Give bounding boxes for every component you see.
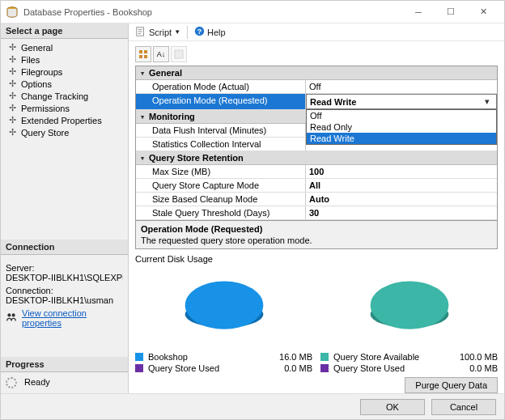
legend-row: Query Store Used0.0 MB (135, 363, 312, 374)
pie-chart-database (172, 267, 277, 346)
svg-text:?: ? (197, 28, 202, 36)
swatch-icon (135, 364, 143, 372)
svg-point-1 (7, 313, 11, 316)
help-button[interactable]: ? Help (194, 26, 226, 38)
property-grid-toolbar: A↓ (135, 46, 498, 62)
content-panel: Script ▼ ? Help A↓ ▾General Operation Mo… (129, 23, 504, 393)
svg-rect-10 (175, 50, 183, 58)
page-item-options[interactable]: ✢Options (1, 78, 128, 90)
page-item-general[interactable]: ✢General (1, 41, 128, 53)
server-value: DESKTOP-IIBLKH1\SQLEXPRESS (6, 273, 123, 282)
content-toolbar: Script ▼ ? Help (129, 23, 504, 41)
row-stale-threshold[interactable]: Stale Query Threshold (Days) 30 (136, 206, 497, 220)
svg-rect-6 (139, 50, 142, 53)
collapse-icon[interactable]: ▾ (136, 153, 149, 163)
desc-body: The requested query store operation mode… (141, 235, 492, 245)
purge-query-data-button[interactable]: Purge Query Data (405, 377, 498, 393)
op-mode-dropdown-list: Off Read Only Read Write (306, 109, 497, 145)
svg-point-14 (370, 281, 448, 329)
page-item-query-store[interactable]: ✢Query Store (1, 126, 128, 138)
alphabetical-button[interactable]: A↓ (153, 46, 169, 62)
page-icon: ✢ (7, 78, 17, 89)
connection-properties-icon (6, 312, 17, 325)
maximize-button[interactable]: ☐ (435, 2, 467, 22)
pie-chart-query-store (357, 267, 462, 346)
property-grid: ▾General Operation Mode (Actual) Off Ope… (135, 66, 498, 221)
legend-row: Bookshop16.0 MB (135, 351, 312, 363)
page-item-permissions[interactable]: ✢Permissions (1, 102, 128, 114)
connection-value: DESKTOP-IIBLKH1\usman (6, 295, 123, 305)
window-title: Database Properties - Bookshop (23, 7, 402, 17)
dd-option-read-only[interactable]: Read Only (307, 121, 496, 133)
category-general[interactable]: ▾General (136, 66, 497, 80)
swatch-icon (320, 353, 329, 361)
swatch-icon (135, 353, 143, 361)
page-item-extended-properties[interactable]: ✢Extended Properties (1, 114, 128, 126)
select-page-header: Select a page (1, 23, 128, 39)
disk-usage-right: Query Store Available100.0 MB Query Stor… (320, 267, 498, 374)
categorized-button[interactable] (135, 46, 151, 62)
row-capture-mode[interactable]: Query Store Capture Mode All (136, 179, 497, 193)
page-item-files[interactable]: ✢Files (1, 53, 128, 66)
desc-title: Operation Mode (Requested) (141, 224, 492, 234)
row-cleanup-mode[interactable]: Size Based Cleanup Mode Auto (136, 193, 497, 206)
server-label: Server: (6, 263, 123, 273)
toolbar-separator (187, 26, 188, 39)
row-op-mode-requested[interactable]: Operation Mode (Requested) Read Write ▾ (136, 94, 497, 110)
progress-box: Ready (1, 372, 128, 393)
row-op-mode-actual[interactable]: Operation Mode (Actual) Off (136, 80, 497, 94)
chevron-down-icon[interactable]: ▾ (482, 96, 493, 107)
row-max-size[interactable]: Max Size (MB) 100 (136, 165, 497, 179)
cancel-button[interactable]: Cancel (431, 399, 496, 415)
swatch-icon (320, 364, 329, 372)
svg-rect-7 (144, 50, 147, 53)
page-icon: ✢ (7, 115, 17, 125)
collapse-icon[interactable]: ▾ (136, 68, 149, 78)
collapse-icon[interactable]: ▾ (136, 112, 149, 122)
view-connection-properties-link[interactable]: View connection properties (22, 308, 123, 328)
disk-usage-header: Current Disk Usage (129, 254, 504, 264)
titlebar: Database Properties - Bookshop ─ ☐ ✕ (1, 1, 504, 23)
op-mode-requested-dropdown[interactable]: Read Write ▾ (306, 94, 497, 109)
property-pages-button[interactable] (171, 46, 187, 62)
svg-point-12 (185, 281, 263, 329)
page-icon: ✢ (7, 54, 17, 65)
page-icon: ✢ (7, 127, 17, 138)
script-button[interactable]: Script ▼ (135, 26, 180, 39)
property-description: Operation Mode (Requested) The requested… (135, 221, 498, 249)
left-panel: Select a page ✢General ✢Files ✢Filegroup… (1, 23, 129, 393)
svg-rect-9 (144, 55, 147, 58)
page-icon: ✢ (7, 42, 17, 53)
page-icon: ✢ (7, 91, 17, 101)
close-button[interactable]: ✕ (467, 2, 499, 22)
legend-row: Query Store Available100.0 MB (320, 351, 498, 363)
page-item-change-tracking[interactable]: ✢Change Tracking (1, 90, 128, 102)
page-list: ✢General ✢Files ✢Filegroups ✢Options ✢Ch… (1, 39, 128, 143)
category-retention[interactable]: ▾Query Store Retention (136, 151, 497, 165)
progress-spinner-icon (6, 377, 17, 388)
dialog-footer: OK Cancel (1, 393, 504, 419)
connection-label: Connection: (6, 286, 123, 295)
database-icon (6, 6, 19, 19)
svg-rect-8 (139, 55, 142, 58)
progress-status: Ready (24, 377, 50, 387)
disk-usage-charts: Bookshop16.0 MB Query Store Used0.0 MB Q… (129, 267, 504, 374)
page-icon: ✢ (7, 66, 17, 77)
disk-usage-left: Bookshop16.0 MB Query Store Used0.0 MB (135, 267, 312, 374)
help-icon: ? (194, 26, 205, 38)
page-item-filegroups[interactable]: ✢Filegroups (1, 66, 128, 78)
legend-row: Query Store Used0.0 MB (320, 363, 498, 374)
ok-button[interactable]: OK (360, 399, 425, 415)
page-icon: ✢ (7, 103, 17, 113)
minimize-button[interactable]: ─ (402, 2, 435, 22)
script-icon (135, 26, 146, 39)
connection-header: Connection (1, 240, 128, 255)
connection-box: Server: DESKTOP-IIBLKH1\SQLEXPRESS Conne… (1, 255, 128, 333)
chevron-down-icon: ▼ (174, 28, 180, 36)
svg-point-2 (12, 313, 15, 316)
dd-option-off[interactable]: Off (307, 110, 496, 121)
progress-header: Progress (1, 357, 128, 372)
dd-option-read-write[interactable]: Read Write (307, 133, 496, 144)
